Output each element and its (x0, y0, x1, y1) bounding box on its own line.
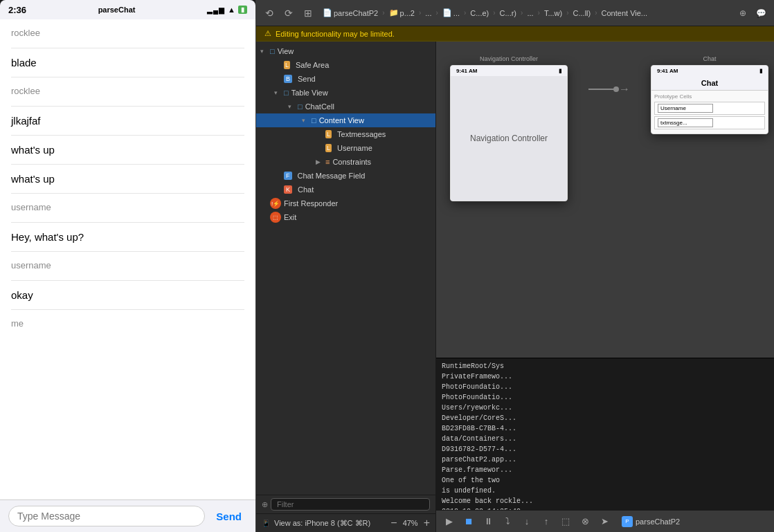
expand-arrow-constraints: ▶ (316, 158, 325, 165)
expand-arrow-chatcell: ▾ (288, 103, 298, 110)
play-icon[interactable]: ▶ (442, 514, 457, 529)
comment-icon[interactable]: 💬 (753, 6, 768, 21)
tree-item-username[interactable]: ▶ L Username (256, 141, 435, 155)
msg-4: jlkajfaf (11, 115, 244, 127)
breadcrumb-root[interactable]: 📄 parseChatP2 (320, 7, 381, 19)
connector-line (588, 89, 616, 90)
tree-item-chat[interactable]: ▶ K Chat (256, 183, 435, 196)
canvas-navbody: Navigation Controller (451, 76, 567, 201)
breadcrumb-7[interactable]: ... (524, 8, 536, 19)
msg-10: okay (11, 289, 244, 301)
tree-item-send[interactable]: ▶ B Send (256, 72, 435, 86)
chat-canvas-title: Chat (654, 79, 765, 87)
tree-label-chat: Chat (298, 185, 314, 194)
breadcrumb-9[interactable]: C...ll) (570, 8, 594, 19)
step-into-icon[interactable]: ↓ (519, 514, 534, 529)
breadcrumb-item-5: C...e) (470, 9, 489, 17)
expand-arrow-exit: ▶ (260, 214, 270, 221)
canvas-content: Navigation Controller 9:41 AM ▮ Navigati… (436, 42, 774, 358)
exit-icon: ⬚ (270, 212, 281, 223)
message-block-8: Hey, what's up? (11, 231, 244, 243)
tree-item-textmessages[interactable]: ▶ L Textmessages (256, 127, 435, 141)
breadcrumb-item-1: parseChatP2 (334, 9, 378, 17)
tree-item-chatmessagefield[interactable]: ▶ F Chat Message Field (256, 169, 435, 183)
firstresponder-icon: !⚡ (270, 198, 281, 209)
grid-icon[interactable]: ⊞ (300, 6, 316, 21)
expand-arrow-safearea: ▶ (274, 62, 284, 68)
step-out-icon[interactable]: ↑ (539, 514, 554, 529)
msg-8: Hey, what's up? (11, 231, 244, 243)
chat-messages: rocklee blade rocklee jlkajfaf what's up… (0, 19, 255, 499)
tree-item-firstresponder[interactable]: ▶ !⚡ First Responder (256, 196, 435, 210)
send-button[interactable]: Send (210, 508, 247, 525)
simulate-icon[interactable]: ➤ (597, 514, 612, 529)
safearea-icon: L (284, 61, 290, 69)
message-block-1: rocklee (11, 28, 244, 39)
tree-item-constraints[interactable]: ▶ ≡ Constraints (256, 155, 435, 169)
debug-icon[interactable]: ⬚ (558, 514, 573, 529)
message-block-9: username (11, 260, 244, 272)
debug-line-11: Parse.framewor... (442, 465, 768, 475)
sender-11: me (11, 318, 244, 329)
message-field-canvas[interactable] (658, 118, 713, 127)
pause-icon[interactable]: ⏸ (480, 514, 496, 529)
tree-item-tableview[interactable]: ▾ □ Table View (256, 86, 435, 100)
app-name-label: parseChatP2 (636, 517, 680, 526)
back-icon[interactable]: ⟲ (262, 6, 277, 21)
constraints-icon: ≡ (325, 158, 330, 166)
message-block-2: blade (11, 57, 244, 68)
chat-canvas-status: 9:41 AM ▮ (651, 66, 768, 76)
breadcrumb-3[interactable]: ... (422, 8, 434, 19)
chat-frame-label: Chat (703, 55, 716, 62)
filter-input[interactable] (271, 498, 430, 511)
xcode-toolbar: ⟲ ⟳ ⊞ 📄 parseChatP2 › 📁 p...2 › ... › 📄 … (256, 0, 774, 26)
tree-item-contentview[interactable]: ▾ □ Content View (256, 113, 435, 127)
message-block-6: what's up (11, 173, 244, 185)
warning-icon: ⚠ (264, 29, 271, 38)
expand-arrow-firstresponder: ▶ (260, 200, 270, 207)
breadcrumb-4[interactable]: 📄 ... (440, 7, 462, 19)
tree-item-safearea[interactable]: ▶ L Safe Area (256, 58, 435, 72)
tree-label-contentview: Content View (319, 116, 364, 125)
navcontroller-label: Navigation Controller (480, 55, 538, 62)
zoom-out-button[interactable]: − (390, 517, 397, 529)
chat-icon: K (284, 185, 292, 194)
message-input[interactable] (8, 506, 205, 526)
debug-line-2: PrivateFramewo... (442, 372, 768, 382)
breadcrumb-item-6: C...r) (500, 9, 516, 17)
breadcrumb-sep-1: › (382, 9, 384, 17)
breadcrumb-10[interactable]: Content Vie... (599, 8, 650, 19)
divider-3 (11, 106, 244, 107)
expand-arrow-username: ▶ (316, 145, 325, 152)
expand-arrow-view: ▾ (260, 48, 270, 55)
outline-tree: ▾ □ View ▶ L Safe Area ▶ B Send (256, 42, 435, 495)
view-bar-left: 📱 View as: iPhone 8 (⌘C ⌘R) (262, 519, 370, 528)
view-icon: □ (270, 47, 275, 55)
forward-icon[interactable]: ⟳ (281, 6, 296, 21)
connector-dot (613, 86, 619, 92)
simulator-panel: 2:36 parseChat ▂▄▆ ▲ ▮ rocklee blade roc… (0, 0, 256, 532)
debug-line-3: PhotoFoundatio... (442, 382, 768, 392)
tree-item-chatcell[interactable]: ▾ □ ChatCell (256, 100, 435, 113)
chat-canvas-header: Chat (651, 76, 768, 91)
username-icon: L (325, 144, 332, 152)
chat-canvas-time: 9:41 AM (657, 68, 678, 74)
tree-item-exit[interactable]: ▶ ⬚ Exit (256, 210, 435, 224)
breakpoints-icon[interactable]: ⊗ (577, 514, 593, 529)
breadcrumb-6[interactable]: C...r) (497, 8, 519, 19)
breadcrumb-8[interactable]: T...w) (541, 8, 565, 19)
breadcrumb-item-4: ... (453, 9, 460, 17)
step-over-icon[interactable]: ⤵ (500, 514, 515, 529)
breadcrumb-2[interactable]: 📁 p...2 (386, 7, 417, 19)
zoom-in-button[interactable]: + (424, 517, 430, 529)
status-time: 2:36 (8, 5, 26, 15)
stop-icon[interactable]: ⏹ (461, 514, 476, 529)
sender-1: rocklee (11, 28, 244, 38)
add-icon[interactable]: ⊕ (735, 6, 750, 21)
tree-label-send: Send (298, 75, 316, 83)
tree-item-view[interactable]: ▾ □ View (256, 44, 435, 58)
username-field-canvas[interactable] (658, 104, 713, 113)
app-name-status: parseChat (98, 6, 136, 14)
xcode-right-section: Navigation Controller 9:41 AM ▮ Navigati… (436, 42, 774, 532)
breadcrumb-5[interactable]: C...e) (467, 8, 492, 19)
